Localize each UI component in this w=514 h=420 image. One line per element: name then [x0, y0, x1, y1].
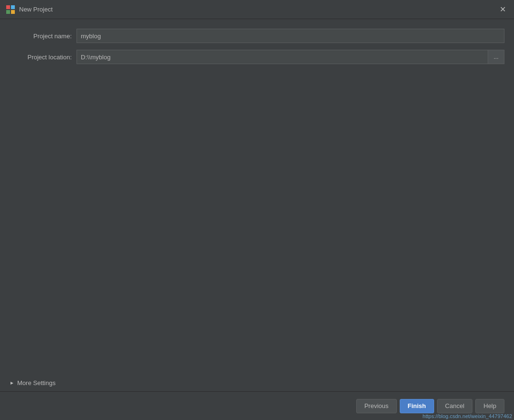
- svg-rect-3: [11, 10, 15, 14]
- footer-link: https://blog.csdn.net/weixin_44797462: [421, 412, 514, 420]
- dialog-content: Project name: Project location: ... More…: [0, 19, 514, 391]
- more-settings-label: More Settings: [17, 379, 55, 387]
- project-location-label: Project location:: [10, 54, 77, 61]
- project-name-label: Project name:: [10, 33, 77, 40]
- previous-button[interactable]: Previous: [356, 399, 397, 413]
- cancel-button[interactable]: Cancel: [437, 399, 472, 413]
- browse-button[interactable]: ...: [488, 50, 504, 64]
- project-location-row: Project location: ...: [10, 50, 504, 64]
- content-spacer: [10, 71, 504, 375]
- project-name-row: Project name:: [10, 29, 504, 43]
- svg-rect-2: [6, 10, 10, 14]
- project-name-input[interactable]: [77, 29, 504, 43]
- title-bar: New Project ✕: [0, 0, 514, 19]
- more-settings-toggle[interactable]: More Settings: [10, 375, 504, 391]
- close-button[interactable]: ✕: [497, 4, 508, 15]
- finish-button[interactable]: Finish: [400, 399, 434, 413]
- title-bar-left: New Project: [6, 5, 53, 14]
- project-location-input[interactable]: [77, 50, 488, 64]
- help-button[interactable]: Help: [475, 399, 504, 413]
- svg-rect-1: [11, 5, 15, 9]
- svg-marker-4: [11, 382, 13, 385]
- location-input-group: ...: [77, 50, 504, 64]
- svg-rect-0: [6, 5, 10, 9]
- dialog-title: New Project: [19, 6, 53, 13]
- app-icon: [6, 5, 15, 14]
- expand-icon: [10, 381, 14, 386]
- new-project-dialog: New Project ✕ Project name: Project loca…: [0, 0, 514, 420]
- dialog-footer: Previous Finish Cancel Help https://blog…: [0, 391, 514, 420]
